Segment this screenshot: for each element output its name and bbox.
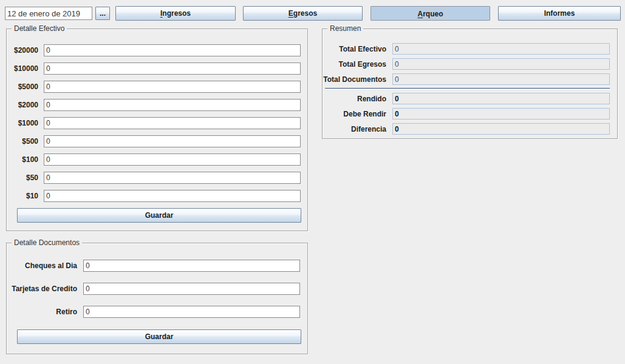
tab-arqueo-mnemonic: A [417, 10, 423, 18]
date-picker-button[interactable]: ... [95, 7, 110, 20]
denomination-label: $10000 [7, 64, 38, 73]
summary-row: Total Efectivo [323, 43, 617, 55]
save-documentos-button[interactable]: Guardar [17, 329, 301, 344]
tab-egresos-label: gresos [293, 9, 317, 18]
resumen-title: Resumen [327, 24, 363, 33]
denomination-row: $100 [7, 153, 307, 166]
denomination-input-20000[interactable] [44, 44, 301, 56]
summary-row: Debe Rendir [323, 108, 617, 120]
document-row: Tarjetas de Credito [7, 283, 307, 295]
date-input[interactable] [5, 7, 92, 20]
detalle-efectivo-group: Detalle Efectivo $20000 $10000 $5000 $20… [6, 29, 308, 231]
denomination-input-500[interactable] [44, 135, 301, 147]
detalle-documentos-title: Detalle Documentos [12, 238, 82, 248]
denomination-row: $5000 [7, 81, 307, 93]
document-label: Tarjetas de Credito [7, 285, 77, 293]
denomination-input-10000[interactable] [44, 62, 301, 75]
summary-separator [325, 88, 610, 89]
summary-label: Diferencia [323, 125, 386, 133]
retiro-input[interactable] [83, 306, 300, 318]
summary-label: Total Documentos [323, 75, 386, 84]
summary-label: Rendido [323, 95, 386, 103]
resumen-group: Resumen Total Efectivo Total Egresos Tot… [322, 29, 618, 139]
summary-label: Debe Rendir [323, 110, 386, 118]
detalle-documentos-group: Detalle Documentos Cheques al Dia Tarjet… [6, 243, 308, 354]
tab-informes-label: Informes [544, 9, 575, 18]
total-egresos-field [392, 58, 610, 70]
tab-egresos-mnemonic: E [289, 9, 293, 18]
summary-label: Total Egresos [323, 60, 386, 69]
detalle-efectivo-title: Detalle Efectivo [12, 24, 67, 33]
document-row: Cheques al Dia [7, 260, 307, 272]
denomination-row: $10000 [7, 62, 307, 75]
denomination-label: $10 [7, 192, 38, 200]
denomination-row: $10 [7, 190, 307, 202]
tab-arqueo-focus-ring: Arqueo [414, 8, 446, 19]
save-efectivo-button[interactable]: Guardar [17, 208, 301, 223]
denomination-row: $50 [7, 172, 307, 184]
tab-informes[interactable]: Informes [498, 6, 621, 21]
denomination-label: $20000 [7, 46, 38, 55]
denomination-row: $1000 [7, 117, 307, 129]
document-label: Retiro [7, 308, 77, 316]
denomination-row: $20000 [7, 44, 307, 56]
denomination-label: $2000 [7, 101, 38, 109]
summary-row: Rendido [323, 93, 617, 104]
denomination-label: $100 [7, 155, 38, 164]
cheques-al-dia-input[interactable] [83, 260, 300, 272]
denomination-input-10[interactable] [44, 190, 301, 202]
denomination-label: $5000 [7, 83, 38, 91]
debe-rendir-field [392, 108, 610, 120]
document-row: Retiro [7, 306, 307, 318]
denomination-input-2000[interactable] [44, 99, 301, 111]
document-label: Cheques al Dia [7, 261, 77, 270]
arqueo-window: { "topbar": { "date_value": "12 de enero… [0, 0, 625, 364]
denomination-input-1000[interactable] [44, 117, 301, 129]
total-documentos-field [392, 73, 610, 85]
denomination-row: $500 [7, 135, 307, 147]
denomination-label: $500 [7, 137, 38, 146]
tab-ingresos[interactable]: Ingresos [115, 6, 236, 21]
tab-egresos[interactable]: Egresos [243, 6, 363, 21]
summary-row: Diferencia [323, 123, 617, 135]
denomination-label: $1000 [7, 119, 38, 127]
tab-arqueo-label: rqueo [423, 10, 443, 18]
denomination-row: $2000 [7, 99, 307, 111]
diferencia-field [392, 123, 610, 135]
denomination-label: $50 [7, 174, 38, 182]
rendido-field [392, 93, 610, 104]
total-efectivo-field [392, 43, 610, 55]
summary-row: Total Documentos [323, 73, 617, 85]
tarjetas-de-credito-input[interactable] [83, 283, 300, 295]
denomination-input-5000[interactable] [44, 81, 301, 93]
denomination-input-100[interactable] [44, 153, 301, 166]
denomination-input-50[interactable] [44, 172, 301, 184]
tab-ingresos-label: ngresos [162, 9, 191, 18]
summary-row: Total Egresos [323, 58, 617, 70]
tab-arqueo[interactable]: Arqueo [371, 6, 490, 21]
summary-label: Total Efectivo [323, 45, 386, 53]
